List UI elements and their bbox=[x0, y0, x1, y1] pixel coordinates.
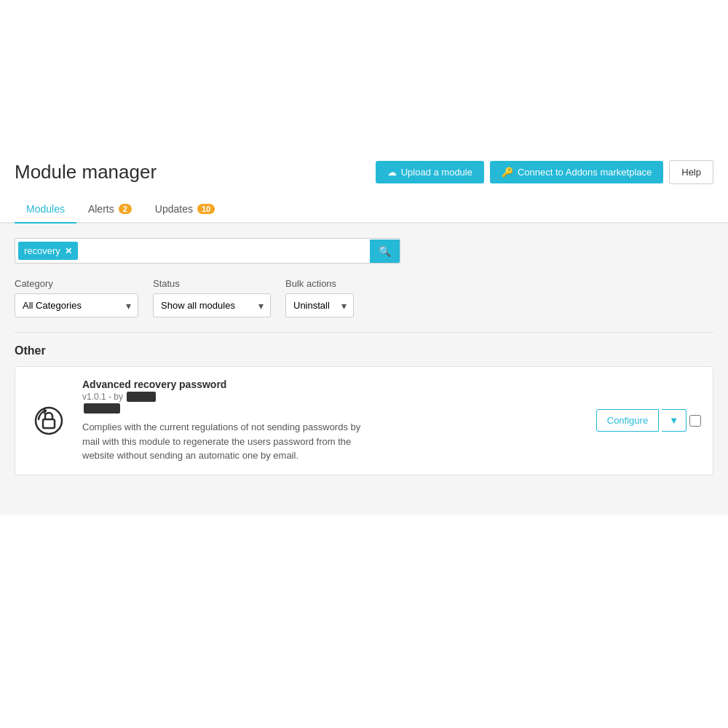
content-area: recovery ✕ 🔍 Category All Categories Adm… bbox=[0, 223, 728, 515]
bulk-select-wrapper: Uninstall Enable Disable Reset Delete bbox=[285, 293, 354, 317]
module-info: Advanced recovery password v1.0.1 - by C… bbox=[82, 379, 585, 463]
module-name: Advanced recovery password bbox=[82, 379, 585, 390]
filters-row: Category All Categories Administration A… bbox=[15, 278, 713, 317]
help-button[interactable]: Help bbox=[669, 160, 713, 184]
section-title: Other bbox=[15, 344, 713, 357]
search-tag: recovery ✕ bbox=[18, 242, 78, 260]
lock-refresh-icon bbox=[31, 403, 66, 438]
status-filter-group: Status Show all modules Enabled modules … bbox=[153, 278, 271, 317]
header-actions: ☁ Upload a module 🔑 Connect to Addons ma… bbox=[376, 160, 713, 184]
module-card: Advanced recovery password v1.0.1 - by C… bbox=[15, 366, 713, 475]
search-input[interactable] bbox=[81, 241, 370, 261]
module-actions: Configure ▼ bbox=[596, 409, 701, 432]
upload-module-button[interactable]: ☁ Upload a module bbox=[376, 161, 484, 183]
cloud-upload-icon: ☁ bbox=[387, 167, 397, 178]
tabs-bar: Modules Alerts 2 Updates 10 bbox=[0, 196, 728, 223]
category-select-wrapper: All Categories Administration Analytics … bbox=[15, 293, 138, 317]
status-label: Status bbox=[153, 278, 271, 289]
author-redacted bbox=[127, 392, 156, 402]
page-title: Module manager bbox=[15, 161, 157, 183]
module-checkbox[interactable] bbox=[689, 415, 701, 427]
updates-badge: 10 bbox=[197, 204, 215, 214]
chevron-down-icon: ▼ bbox=[669, 415, 678, 426]
section-divider bbox=[15, 332, 713, 333]
configure-dropdown-button[interactable]: ▼ bbox=[662, 409, 687, 432]
svg-rect-1 bbox=[43, 419, 55, 428]
search-tag-close-button[interactable]: ✕ bbox=[65, 246, 72, 256]
tab-alerts[interactable]: Alerts 2 bbox=[76, 196, 143, 223]
bulk-actions-group: Bulk actions Uninstall Enable Disable Re… bbox=[285, 278, 354, 317]
alerts-badge: 2 bbox=[119, 204, 132, 214]
module-icon bbox=[27, 399, 71, 443]
module-description: Complies with the current regulations of… bbox=[82, 420, 373, 463]
tab-modules[interactable]: Modules bbox=[15, 196, 76, 223]
bulk-select[interactable]: Uninstall Enable Disable Reset Delete bbox=[285, 293, 354, 317]
search-submit-button[interactable]: 🔍 bbox=[370, 240, 400, 263]
author-redacted-2 bbox=[84, 403, 120, 414]
category-label: Category bbox=[15, 278, 138, 289]
search-row: recovery ✕ 🔍 bbox=[15, 238, 713, 264]
bulk-label: Bulk actions bbox=[285, 278, 354, 289]
page-header: Module manager ☁ Upload a module 🔑 Conne… bbox=[0, 160, 728, 196]
category-select[interactable]: All Categories Administration Analytics … bbox=[15, 293, 138, 317]
module-version: v1.0.1 - by bbox=[82, 392, 585, 416]
search-tag-text: recovery bbox=[24, 245, 60, 256]
status-select-wrapper: Show all modules Enabled modules Disable… bbox=[153, 293, 271, 317]
svg-point-0 bbox=[36, 408, 62, 434]
search-box: recovery ✕ 🔍 bbox=[15, 238, 400, 264]
connect-addons-button[interactable]: 🔑 Connect to Addons marketplace bbox=[490, 161, 663, 183]
category-filter-group: Category All Categories Administration A… bbox=[15, 278, 138, 317]
configure-button[interactable]: Configure bbox=[596, 409, 659, 432]
key-icon: 🔑 bbox=[502, 167, 513, 178]
status-select[interactable]: Show all modules Enabled modules Disable… bbox=[153, 293, 271, 317]
search-icon: 🔍 bbox=[379, 245, 391, 257]
tab-updates[interactable]: Updates 10 bbox=[143, 196, 226, 223]
